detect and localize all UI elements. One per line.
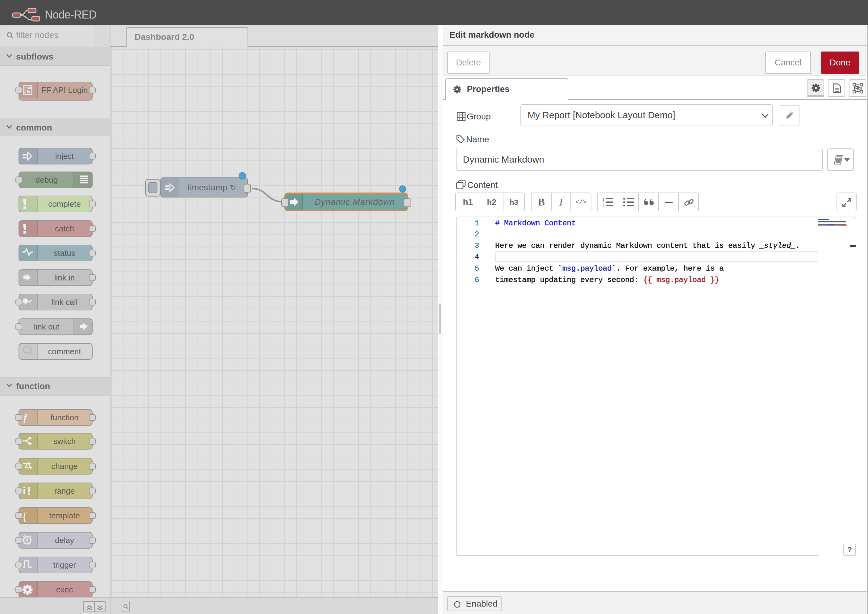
- svg-text:f: f: [23, 412, 28, 423]
- svg-text:3: 3: [602, 204, 604, 207]
- svg-text:{: {: [23, 510, 26, 522]
